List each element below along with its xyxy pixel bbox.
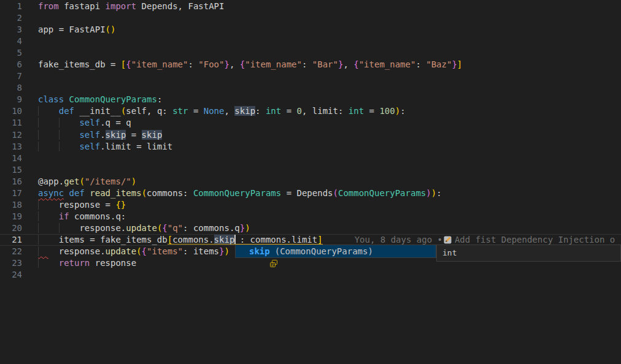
- code-content[interactable]: [38, 82, 621, 94]
- line-number[interactable]: 8: [0, 82, 22, 94]
- line-number[interactable]: 5: [0, 47, 22, 59]
- line-number[interactable]: 4: [0, 36, 22, 47]
- code-line-1[interactable]: 1from fastapi import Depends, FastAPI: [0, 1, 621, 12]
- code-content[interactable]: self.limit = limit: [38, 141, 621, 153]
- line-number[interactable]: 12: [0, 129, 22, 141]
- code-line-19[interactable]: 19 if commons.q:: [0, 211, 621, 222]
- code-token: .: [100, 130, 105, 140]
- suggest-item-detail: (CommonQueryParams): [275, 245, 373, 257]
- code-line-17[interactable]: 17async def read_items(commons: CommonQu…: [0, 188, 621, 199]
- code-line-13[interactable]: 13 self.limit = limit: [0, 141, 621, 153]
- code-token: def: [59, 106, 74, 116]
- code-token: import: [100, 1, 136, 11]
- code-token: items = fake_items_db: [59, 235, 168, 245]
- line-number[interactable]: 19: [0, 211, 22, 222]
- code-content[interactable]: [38, 164, 621, 176]
- code-line-15[interactable]: 15: [0, 164, 621, 176]
- code-content[interactable]: if commons.q:: [38, 211, 621, 222]
- code-line-5[interactable]: 5: [0, 47, 621, 59]
- line-number[interactable]: 13: [0, 141, 22, 153]
- code-content[interactable]: [38, 269, 621, 281]
- line-number[interactable]: 21: [0, 234, 22, 246]
- code-content[interactable]: self.q = q: [38, 117, 621, 129]
- line-number[interactable]: 20: [0, 222, 22, 234]
- code-token: "item_name": [131, 59, 188, 69]
- line-number[interactable]: 23: [0, 257, 22, 269]
- code-token: [59, 130, 80, 140]
- code-content[interactable]: [38, 12, 621, 24]
- code-content[interactable]: [38, 47, 621, 59]
- code-content[interactable]: response = {}: [38, 199, 621, 211]
- code-line-3[interactable]: 3app = FastAPI(): [0, 24, 621, 36]
- code-token: [38, 142, 59, 151]
- line-number[interactable]: 1: [0, 1, 22, 12]
- code-content[interactable]: async def read_items(commons: CommonQuer…: [38, 188, 621, 199]
- code-token: response.: [59, 246, 106, 256]
- code-token: =: [281, 106, 296, 116]
- code-token: if: [59, 211, 69, 221]
- code-token: ): [225, 246, 230, 256]
- code-line-11[interactable]: 11 self.q = q: [0, 117, 621, 129]
- code-line-24[interactable]: 24: [0, 269, 621, 281]
- code-content[interactable]: response.update({"q": commons.q}): [38, 222, 621, 234]
- code-line-14[interactable]: 14: [0, 153, 621, 164]
- code-line-8[interactable]: 8: [0, 82, 621, 94]
- code-token: Depends, FastAPI: [136, 1, 224, 11]
- code-token: [59, 223, 80, 233]
- code-line-16[interactable]: 16@app.get("/items/"): [0, 176, 621, 188]
- code-content[interactable]: [38, 153, 621, 164]
- code-line-6[interactable]: 6fake_items_db = [{"item_name": "Foo"}, …: [0, 59, 621, 70]
- code-token: fastapi: [59, 1, 100, 11]
- code-line-12[interactable]: 12 self.skip = skip: [0, 129, 621, 141]
- code-content[interactable]: [38, 70, 621, 82]
- code-line-18[interactable]: 18 response = {}: [0, 199, 621, 211]
- code-token: : commons.limit: [234, 235, 317, 245]
- code-token: [59, 118, 80, 127]
- code-content[interactable]: app = FastAPI(): [38, 24, 621, 36]
- field-icon: [237, 246, 247, 256]
- line-number[interactable]: 10: [0, 105, 22, 117]
- line-number[interactable]: 3: [0, 24, 22, 36]
- line-number[interactable]: 2: [0, 12, 22, 24]
- code-line-2[interactable]: 2: [0, 12, 621, 24]
- code-token: CommonQueryParams: [338, 188, 426, 198]
- line-number[interactable]: 6: [0, 59, 22, 70]
- line-number[interactable]: 16: [0, 176, 22, 188]
- code-token: update: [126, 223, 157, 233]
- code-content[interactable]: fake_items_db = [{"item_name": "Foo"}, {…: [38, 59, 621, 70]
- line-number[interactable]: 17: [0, 188, 22, 199]
- code-line-20[interactable]: 20 response.update({"q": commons.q}): [0, 222, 621, 234]
- line-number[interactable]: 15: [0, 164, 22, 176]
- code-token: response: [90, 258, 136, 268]
- code-content[interactable]: @app.get("/items/"): [38, 176, 621, 188]
- code-token: ): [395, 106, 400, 116]
- code-token: commons.q:: [69, 211, 126, 221]
- code-token: =: [188, 106, 203, 116]
- line-number[interactable]: 18: [0, 199, 22, 211]
- code-token: ,: [343, 59, 353, 69]
- code-content[interactable]: class CommonQueryParams:: [38, 94, 621, 105]
- line-number[interactable]: 9: [0, 94, 22, 105]
- code-token: , limit:: [302, 106, 349, 116]
- code-content[interactable]: def __init__(self, q: str = None, skip: …: [38, 105, 621, 117]
- code-content[interactable]: from fastapi import Depends, FastAPI: [38, 1, 621, 12]
- line-number[interactable]: 11: [0, 117, 22, 129]
- code-editor[interactable]: 1from fastapi import Depends, FastAPI23a…: [0, 0, 621, 364]
- suggest-item-skip[interactable]: skip (CommonQueryParams): [236, 245, 436, 257]
- code-line-4[interactable]: 4: [0, 36, 621, 47]
- line-number[interactable]: 22: [0, 246, 22, 257]
- code-line-9[interactable]: 9class CommonQueryParams:: [0, 94, 621, 105]
- line-number[interactable]: 7: [0, 70, 22, 82]
- git-blame-annotation: You, 8 days ago •Add fist Dependency Inj…: [355, 235, 615, 245]
- code-line-7[interactable]: 7: [0, 70, 621, 82]
- code-token: 100: [379, 106, 395, 116]
- line-number[interactable]: 14: [0, 153, 22, 164]
- line-number[interactable]: 24: [0, 269, 22, 281]
- code-token: = Depends: [281, 188, 333, 198]
- code-content[interactable]: [38, 36, 621, 47]
- pencil-icon: [444, 236, 452, 244]
- code-token: [38, 130, 59, 140]
- suggest-docs-panel: int: [436, 245, 621, 262]
- code-line-10[interactable]: 10 def __init__(self, q: str = None, ski…: [0, 105, 621, 117]
- code-content[interactable]: self.skip = skip: [38, 129, 621, 141]
